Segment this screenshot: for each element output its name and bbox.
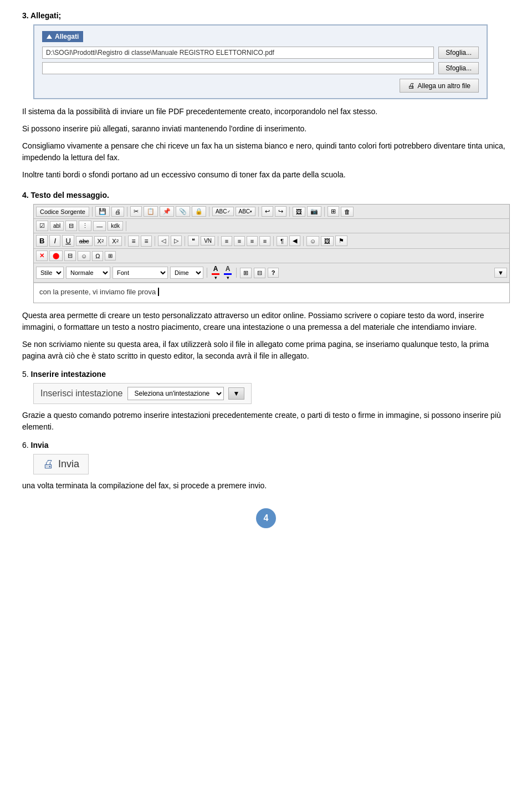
- invia-btn-area: 🖨 Invia: [33, 454, 510, 474]
- ul-button[interactable]: ≡: [141, 236, 152, 247]
- tb-lock[interactable]: 🔒: [192, 206, 206, 217]
- sep4: [258, 207, 259, 217]
- align-left-btn[interactable]: ≡: [221, 236, 232, 246]
- sep1: [92, 207, 93, 217]
- intestazione-select[interactable]: Seleziona un'intestazione: [127, 387, 224, 400]
- align-justify-btn[interactable]: ≡: [259, 236, 270, 246]
- align-right-btn[interactable]: ≡: [247, 236, 258, 246]
- omega-btn[interactable]: Ω: [92, 251, 103, 261]
- normale-select[interactable]: Normale: [66, 267, 110, 279]
- intestazione-dropdown-btn[interactable]: ▼: [228, 387, 245, 400]
- allegati-title-text: Allegati: [55, 33, 79, 40]
- tb-img1[interactable]: 🖼: [293, 207, 305, 217]
- tb-chk1[interactable]: ☑: [36, 221, 48, 231]
- section-3-text1: Il sistema da la possibilità di inviare …: [22, 106, 510, 118]
- underline-button[interactable]: U: [62, 235, 74, 247]
- strikethrough-button[interactable]: abc: [76, 236, 93, 246]
- tb-paste2[interactable]: 📎: [176, 206, 190, 217]
- indent-increase-btn[interactable]: ▷: [171, 236, 182, 246]
- editor-wrapper: Codice Sorgente 💾 🖨 ✂ 📋 📌 📎 🔒 ABC✓ ABC▾ …: [33, 204, 510, 303]
- scrollbar-end-btn[interactable]: ▼: [494, 268, 507, 278]
- tb-paste[interactable]: 📌: [160, 206, 174, 217]
- smiley2-btn[interactable]: ☺: [78, 251, 90, 261]
- subscript-button[interactable]: X2: [94, 236, 108, 246]
- special2-btn[interactable]: VN: [201, 236, 215, 246]
- para-btn[interactable]: ¶: [277, 236, 288, 246]
- sep5: [289, 207, 290, 217]
- special3-btn[interactable]: ⊞: [105, 251, 116, 261]
- allega-altro-file-button[interactable]: 🖨 Allega un altro file: [400, 79, 479, 93]
- indent-decrease-btn[interactable]: ◁: [158, 236, 169, 246]
- toolbar-row-2: ☑ abl ⊟ ⋮ — kdk: [34, 219, 509, 233]
- tb-copy[interactable]: 📋: [144, 206, 158, 217]
- blockquote-btn[interactable]: ❝: [188, 236, 199, 246]
- section-4: 4. Testo del messaggio. Codice Sorgente …: [22, 191, 510, 362]
- red-x-btn[interactable]: ✕: [36, 251, 48, 261]
- section-3-text2: Si possono inserire più allegati, sarann…: [22, 123, 510, 135]
- section-4-heading: 4. Testo del messaggio.: [22, 191, 510, 200]
- highlight-color-btn[interactable]: A ▾: [223, 265, 233, 280]
- align-center-btn[interactable]: ≡: [234, 236, 245, 246]
- allegati-file-row-1: D:\SOGI\Prodotti\Registro di classe\Manu…: [42, 47, 479, 59]
- tb-cut[interactable]: ✂: [130, 206, 142, 217]
- tb-redo[interactable]: ↪: [275, 206, 287, 217]
- image-insert-btn[interactable]: 🖼: [321, 236, 334, 246]
- toolbar-row-4: ✕ ⬤ ⊟ ☺ Ω ⊞: [34, 249, 509, 263]
- extra-btn2[interactable]: ⊟: [254, 268, 265, 278]
- tb-line[interactable]: —: [93, 221, 106, 231]
- section-3-text4: Inoltre tanti bordi o sfondi portano ad …: [22, 169, 510, 181]
- size-select[interactable]: Dime: [170, 267, 203, 279]
- section-6-heading: 6. Invia: [22, 441, 510, 450]
- smiley-btn[interactable]: ☺: [306, 236, 319, 246]
- tb-abl[interactable]: abl: [50, 221, 64, 231]
- sep8: [125, 236, 125, 246]
- table3-btn[interactable]: ⊟: [64, 251, 76, 261]
- sfoglia-button-1[interactable]: Sfoglia...: [438, 47, 479, 59]
- tb-special[interactable]: kdk: [108, 221, 123, 231]
- file-path-input: D:\SOGI\Prodotti\Registro di classe\Manu…: [42, 47, 434, 59]
- sep13: [303, 236, 304, 246]
- section-6: 6. Invia 🖨 Invia una volta terminata la …: [22, 441, 510, 492]
- page-number-circle: 4: [256, 508, 276, 528]
- tb-save[interactable]: 💾: [95, 206, 110, 217]
- arrow-btn[interactable]: ◀: [289, 236, 300, 246]
- section-4-text3: Se non scriviamo niente su questa area, …: [22, 339, 510, 362]
- allegati-box: Allegati D:\SOGI\Prodotti\Registro di cl…: [33, 24, 488, 99]
- superscript-button[interactable]: X2: [109, 236, 122, 246]
- tb-cols[interactable]: ⋮: [79, 221, 91, 231]
- sfoglia-button-2[interactable]: Sfoglia...: [438, 62, 479, 74]
- help-btn[interactable]: ?: [268, 268, 279, 278]
- extra-btn1[interactable]: ⊞: [240, 268, 252, 278]
- tb-print[interactable]: 🖨: [111, 207, 124, 217]
- sep3: [209, 207, 209, 217]
- tb-table[interactable]: ⊞: [328, 206, 339, 217]
- sep7: [126, 221, 126, 231]
- editor-content[interactable]: con la presente, vi inviamo file prova: [34, 283, 509, 303]
- font-color-btn[interactable]: A ▾: [211, 265, 221, 280]
- stile-select[interactable]: Stile: [36, 267, 64, 279]
- section-4-text1: Questa area permette di creare un testo …: [22, 310, 510, 333]
- tb-clear[interactable]: 🗑: [341, 207, 354, 217]
- tb-spell1[interactable]: ABC✓: [212, 207, 234, 216]
- section-3: 3. Allegati; Allegati D:\SOGI\Prodotti\R…: [22, 11, 510, 181]
- tb-img2[interactable]: 📷: [307, 206, 321, 217]
- sep15: [236, 268, 237, 278]
- tb-spell2[interactable]: ABC▾: [236, 207, 256, 216]
- page-number-area: 4: [22, 508, 510, 528]
- section-3-text3: Consigliamo vivamente a pensare che chi …: [22, 140, 510, 164]
- toolbar-row-5: Stile Normale Font Dime A ▾ A ▾: [34, 263, 509, 283]
- red-circle-btn[interactable]: ⬤: [49, 251, 63, 261]
- toolbar-row-3: B I U abc X2 X2 ≡ ≡ ◁ ▷ ❝ VN ≡ ≡ ≡ ≡ ¶ ◀…: [34, 233, 509, 249]
- italic-button[interactable]: I: [49, 235, 60, 247]
- flag-btn[interactable]: ⚑: [335, 236, 347, 246]
- invia-button[interactable]: 🖨 Invia: [33, 454, 89, 474]
- bold-button[interactable]: B: [36, 235, 48, 247]
- codice-sorgente-btn[interactable]: Codice Sorgente: [36, 207, 89, 217]
- sep12: [273, 236, 274, 246]
- tb-table2[interactable]: ⊟: [65, 221, 77, 231]
- tb-undo[interactable]: ↩: [262, 206, 273, 217]
- allega-btn-row: 🖨 Allega un altro file: [42, 79, 479, 93]
- font-select[interactable]: Font: [112, 267, 168, 279]
- intestazione-widget: Inserisci intestazione Seleziona un'inte…: [33, 383, 252, 404]
- ol-button[interactable]: ≡: [128, 236, 139, 247]
